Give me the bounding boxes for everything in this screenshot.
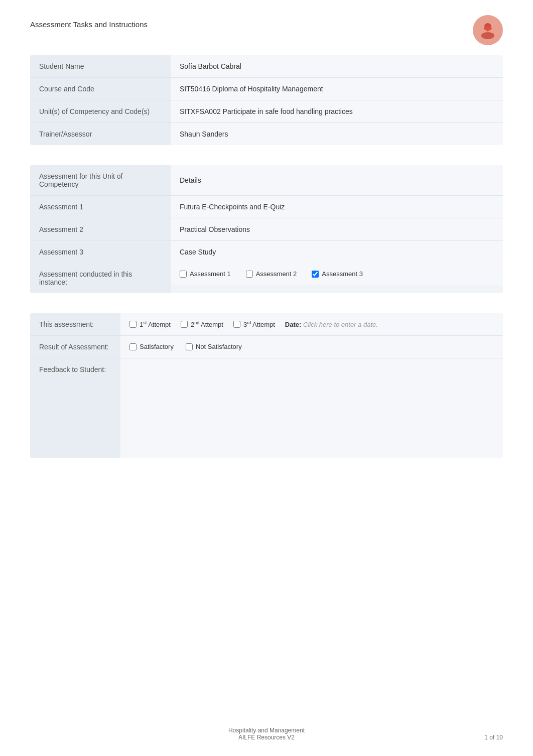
student-info-value: Shaun Sanders (171, 123, 503, 146)
footer-line1: Hospitality and Management (0, 727, 533, 734)
attempt-option-1[interactable]: 1st Attempt (129, 320, 171, 328)
conducted-option[interactable]: Assessment 3 (312, 270, 363, 278)
footer: Hospitality and Management AILFE Resourc… (0, 727, 533, 741)
assessment-info-row: Assessment 1 Futura E-Checkpoints and E-… (30, 196, 503, 218)
assessment-info-label: Assessment 2 (30, 218, 171, 241)
student-info-label: Course and Code (30, 78, 171, 100)
assessment-info-table: Assessment for this Unit of Competency D… (30, 165, 503, 293)
student-info-value: SIT50416 Diploma of Hospitality Manageme… (171, 78, 503, 100)
not-satisfactory-option[interactable]: Not Satisfactory (186, 343, 242, 350)
student-info-row: Trainer/Assessor Shaun Sanders (30, 123, 503, 146)
result-options-cell: Satisfactory Not Satisfactory (120, 336, 503, 358)
not-satisfactory-checkbox[interactable] (186, 343, 193, 350)
assessment-info-label: Assessment 3 (30, 241, 171, 264)
result-of-assessment-row: Result of Assessment: Satisfactory Not S… (30, 336, 503, 358)
assessment-info-value: Case Study (171, 241, 503, 264)
satisfactory-label: Satisfactory (140, 343, 174, 350)
assessment-info-label: Assessment for this Unit of Competency (30, 165, 171, 196)
student-info-value: Sofía Barbot Cabral (171, 55, 503, 78)
attempt-label-3: 3rd Attempt (243, 320, 275, 328)
student-info-label: Unit(s) of Competency and Code(s) (30, 100, 171, 123)
satisfactory-option[interactable]: Satisfactory (129, 343, 174, 350)
student-info-label: Student Name (30, 55, 171, 78)
this-assessment-label: This assessment: (30, 313, 120, 336)
conducted-options-cell: Assessment 1Assessment 2Assessment 3 (171, 263, 503, 285)
feedback-row: Feedback to Student: (30, 358, 503, 458)
feedback-cell[interactable] (120, 358, 503, 458)
satisfactory-checkbox[interactable] (129, 343, 137, 350)
attempt-cells-td: 1st Attempt2nd Attempt3rd AttemptDate: C… (120, 313, 503, 336)
attempt-checkbox-1[interactable] (129, 321, 137, 328)
assessment-info-row: Assessment 2 Practical Observations (30, 218, 503, 241)
conducted-option[interactable]: Assessment 1 (180, 270, 231, 278)
student-info-row: Course and Code SIT50416 Diploma of Hosp… (30, 78, 503, 100)
result-table: This assessment: 1st Attempt2nd Attempt3… (30, 313, 503, 458)
attempt-label-2: 2nd Attempt (191, 320, 223, 328)
svg-point-1 (481, 32, 494, 39)
conducted-option-label-a1: Assessment 1 (190, 270, 231, 278)
pagination: 1 of 10 (484, 734, 503, 741)
attempt-option-3[interactable]: 3rd Attempt (233, 320, 275, 328)
conducted-option[interactable]: Assessment 2 (246, 270, 297, 278)
student-info-label: Trainer/Assessor (30, 123, 171, 146)
not-satisfactory-label: Not Satisfactory (196, 343, 242, 350)
result-label: Result of Assessment: (30, 336, 120, 358)
student-info-row: Unit(s) of Competency and Code(s) SITXFS… (30, 100, 503, 123)
attempt-checkbox-3[interactable] (233, 321, 240, 328)
attempt-row: This assessment: 1st Attempt2nd Attempt3… (30, 313, 503, 336)
date-field[interactable]: Date: Click here to enter a date. (285, 321, 378, 328)
page-title: Assessment Tasks and Instructions (30, 20, 148, 29)
feedback-text-area (129, 365, 494, 451)
header-area: Assessment Tasks and Instructions (30, 15, 503, 45)
assessment-conducted-row: Assessment conducted in this instance: A… (30, 263, 503, 293)
assessment-info-label: Assessment 1 (30, 196, 171, 218)
conducted-option-label-a2: Assessment 2 (256, 270, 297, 278)
conducted-option-label-a3: Assessment 3 (322, 270, 363, 278)
conducted-checkbox-a3[interactable] (312, 271, 319, 278)
attempt-option-2[interactable]: 2nd Attempt (181, 320, 223, 328)
logo-icon (473, 15, 503, 45)
assessment-info-row: Assessment for this Unit of Competency D… (30, 165, 503, 196)
student-info-table: Student Name Sofía Barbot Cabral Course … (30, 55, 503, 145)
assessment-info-row: Assessment 3 Case Study (30, 241, 503, 264)
student-info-value: SITXFSA002 Participate in safe food hand… (171, 100, 503, 123)
assessment-info-value: Futura E-Checkpoints and E-Quiz (171, 196, 503, 218)
assessment-info-value: Details (171, 165, 503, 196)
conducted-checkbox-a2[interactable] (246, 271, 253, 278)
date-placeholder: Click here to enter a date. (303, 321, 378, 328)
footer-line2: AILFE Resources V2 (0, 734, 533, 741)
conducted-label: Assessment conducted in this instance: (30, 263, 171, 293)
attempt-label-1: 1st Attempt (140, 320, 171, 328)
student-info-row: Student Name Sofía Barbot Cabral (30, 55, 503, 78)
conducted-checkbox-a1[interactable] (180, 271, 187, 278)
feedback-label: Feedback to Student: (30, 358, 120, 458)
attempt-checkbox-2[interactable] (181, 321, 188, 328)
assessment-info-value: Practical Observations (171, 218, 503, 241)
